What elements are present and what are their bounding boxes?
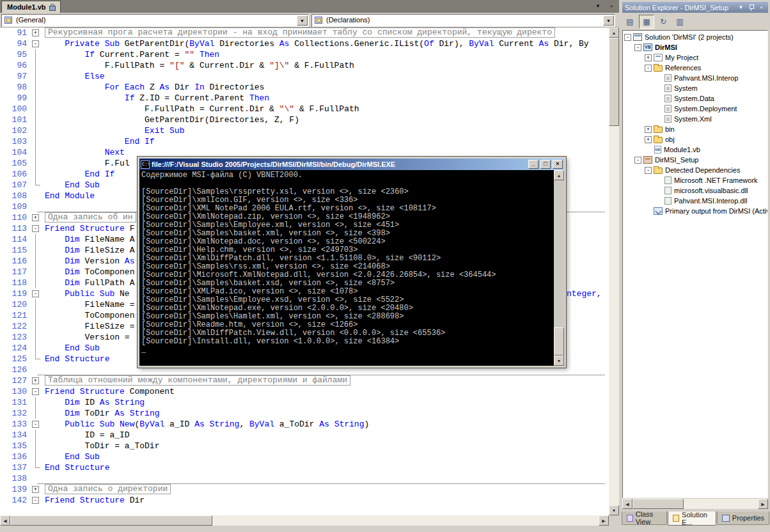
collapse-icon[interactable]: - <box>32 40 39 47</box>
code-text[interactable]: ToComponen <box>45 310 134 321</box>
tab-properties[interactable]: Properties <box>717 512 769 525</box>
editor-vertical-scrollbar[interactable]: ▲ ▼ <box>609 27 619 515</box>
tree-item-system-data[interactable]: System.Data <box>623 93 767 104</box>
collapse-icon[interactable]: - <box>32 388 39 395</box>
code-text[interactable]: End If <box>45 136 155 147</box>
code-text[interactable]: ToDir = a_ToDir <box>45 441 159 451</box>
collapse-icon[interactable]: - <box>32 421 39 428</box>
expand-icon[interactable]: + <box>32 377 39 384</box>
tree-item-pahvant-msi-interop[interactable]: Pahvant.MSI.Interop <box>623 73 767 83</box>
window-menu-icon[interactable]: ▼ <box>737 3 745 12</box>
code-text[interactable]: End Module <box>45 191 95 201</box>
collapse-icon[interactable]: - <box>645 65 652 72</box>
code-line-95[interactable]: 95 If Current.Parent = "" Then <box>0 49 609 60</box>
close-icon[interactable]: × <box>757 3 766 12</box>
chevron-down-icon[interactable]: ▼ <box>297 15 308 26</box>
chevron-down-icon[interactable]: ▼ <box>603 15 614 26</box>
solution-explorer-titlebar[interactable]: Solution Explorer - DirMSI_Setup ▼ × <box>622 2 768 13</box>
code-text[interactable]: Friend Structure Dir <box>45 495 145 506</box>
code-text[interactable]: Else <box>45 71 105 82</box>
code-line-94[interactable]: 94- Private Sub GetParentDir(ByVal Direc… <box>0 38 609 49</box>
console-output[interactable]: Содержимое MSI-файла (C) VBNET2000.[Sour… <box>139 170 554 366</box>
expand-icon[interactable]: + <box>645 136 652 143</box>
expand-icon[interactable]: + <box>645 54 652 61</box>
code-line-130[interactable]: 130-Friend Structure Component <box>0 386 609 397</box>
collapsed-comment[interactable]: Таблица отношений между компонентами, ди… <box>45 375 350 386</box>
tab-solution-e[interactable]: Solution E... <box>668 512 716 526</box>
tree-horizontal-scrollbar[interactable]: ◀ ▶ <box>622 499 768 509</box>
vertical-scrollbar-thumb[interactable] <box>609 38 619 126</box>
code-text[interactable]: Friend Structure F <box>45 223 134 234</box>
code-line-138[interactable]: 138 <box>0 473 609 484</box>
expand-icon[interactable]: + <box>32 486 39 493</box>
code-line-137[interactable]: 137End Structure <box>0 462 609 473</box>
code-text[interactable]: Таблица отношений между компонентами, ди… <box>45 375 350 386</box>
tree-item-system[interactable]: System <box>623 83 767 93</box>
code-text[interactable]: Dim FullPath A <box>45 278 134 288</box>
code-text[interactable]: Public Sub Ne <box>45 288 130 299</box>
code-line-103[interactable]: 103 End If <box>0 136 609 147</box>
code-text[interactable]: Dim ToDir As String <box>45 408 160 419</box>
code-text[interactable]: Dim Version As <box>45 256 134 267</box>
console-scrollbar[interactable]: ▲ ▼ <box>554 170 564 366</box>
code-text[interactable]: Dim FileName A <box>45 234 134 245</box>
maximize-icon[interactable]: □ <box>540 160 551 169</box>
code-line-99[interactable]: 99 If Z.ID = Current.Parent Then <box>0 93 609 104</box>
code-text[interactable]: Одна запись об ин <box>45 212 136 223</box>
tab-module1-vb[interactable]: Module1.vb <box>1 1 61 13</box>
tree-item-microsoft-visualbasic-dll[interactable]: microsoft.visualbasic.dll <box>623 185 767 196</box>
show-all-files-button[interactable]: ▦ <box>639 15 654 29</box>
scroll-up-icon[interactable]: ▲ <box>609 27 619 38</box>
expand-icon[interactable]: + <box>645 126 652 133</box>
code-line-96[interactable]: 96 F.FullPath = "[" & Current.Dir & "]\"… <box>0 60 609 71</box>
minimize-icon[interactable]: _ <box>528 160 538 169</box>
code-text[interactable]: End If <box>45 169 114 180</box>
collapse-icon[interactable]: - <box>32 225 39 232</box>
tree-item-bin[interactable]: +bin <box>623 124 767 134</box>
code-text[interactable]: ID = a_ID <box>45 430 130 441</box>
tab-class-view[interactable]: Class View <box>622 512 667 525</box>
code-line-139[interactable]: 139+Одна запись о директории <box>0 484 609 495</box>
scroll-down-icon[interactable]: ▼ <box>609 505 619 515</box>
code-text[interactable]: F.FullPath = Current.Dir & "\" & F.FullP… <box>45 104 359 114</box>
code-line-101[interactable]: 101 GetParentDir(Directories, Z, F) <box>0 114 609 125</box>
code-text[interactable]: Одна запись о директории <box>45 484 171 495</box>
code-text[interactable]: If Current.Parent = "" Then <box>45 49 219 60</box>
collapsed-comment[interactable]: Одна запись о директории <box>45 484 171 494</box>
code-text[interactable]: For Each Z As Dir In Directories <box>45 82 264 93</box>
code-line-142[interactable]: 142-Friend Structure Dir <box>0 495 609 506</box>
collapsed-comment[interactable]: Рекурсивная прога расчета директории - н… <box>45 27 555 38</box>
code-line-98[interactable]: 98 For Each Z As Dir In Directories <box>0 82 609 93</box>
collapse-icon[interactable]: - <box>624 34 631 41</box>
code-text[interactable]: Dim ToComponen <box>45 267 134 278</box>
code-line-131[interactable]: 131 Dim ID As String <box>0 397 609 408</box>
expand-icon[interactable]: + <box>32 29 39 36</box>
code-line-134[interactable]: 134 ID = a_ID <box>0 430 609 441</box>
code-text[interactable]: Private Sub GetParentDir(ByVal Directori… <box>45 38 589 49</box>
code-line-135[interactable]: 135 ToDir = a_ToDir <box>0 441 609 451</box>
code-text[interactable]: Version = <box>45 332 134 343</box>
tree-item-references[interactable]: -References <box>623 63 767 73</box>
code-text[interactable]: Рекурсивная прога расчета директории - н… <box>45 27 555 38</box>
console-scrollbar-thumb[interactable] <box>554 327 564 356</box>
tree-item-microsoft-net-framework[interactable]: Microsoft .NET Framework <box>623 175 767 185</box>
tree-item-solution-dirmsi-2-projects[interactable]: -Solution 'DirMSI' (2 projects) <box>623 32 767 42</box>
expand-icon[interactable]: + <box>32 214 39 221</box>
code-line-91[interactable]: 91+Рекурсивная прога расчета директории … <box>0 27 609 38</box>
code-line-100[interactable]: 100 F.FullPath = Current.Dir & "\" & F.F… <box>0 104 609 114</box>
code-text[interactable]: End Sub <box>45 180 100 191</box>
code-line-133[interactable]: 133- Public Sub New(ByVal a_ID As String… <box>0 419 609 430</box>
properties-button[interactable]: ▤ <box>622 15 638 29</box>
console-titlebar[interactable]: C:\ file:///F:/Visual Studio 2005/Projec… <box>139 159 564 170</box>
horizontal-scrollbar-thumb[interactable] <box>10 515 212 526</box>
code-line-132[interactable]: 132 Dim ToDir As String <box>0 408 609 419</box>
document-list-icon[interactable]: ▼ <box>593 1 603 11</box>
tree-item-system-xml[interactable]: System.Xml <box>623 114 767 124</box>
refresh-button[interactable]: ↻ <box>656 15 671 29</box>
scroll-left-icon[interactable]: ◀ <box>622 499 632 509</box>
collapse-icon[interactable]: - <box>645 167 652 174</box>
scroll-right-icon[interactable]: ▶ <box>599 515 609 526</box>
tree-item-my-project[interactable]: +My Project <box>623 52 767 63</box>
collapse-icon[interactable]: - <box>634 157 641 164</box>
code-text[interactable]: GetParentDir(Directories, Z, F) <box>45 114 299 125</box>
